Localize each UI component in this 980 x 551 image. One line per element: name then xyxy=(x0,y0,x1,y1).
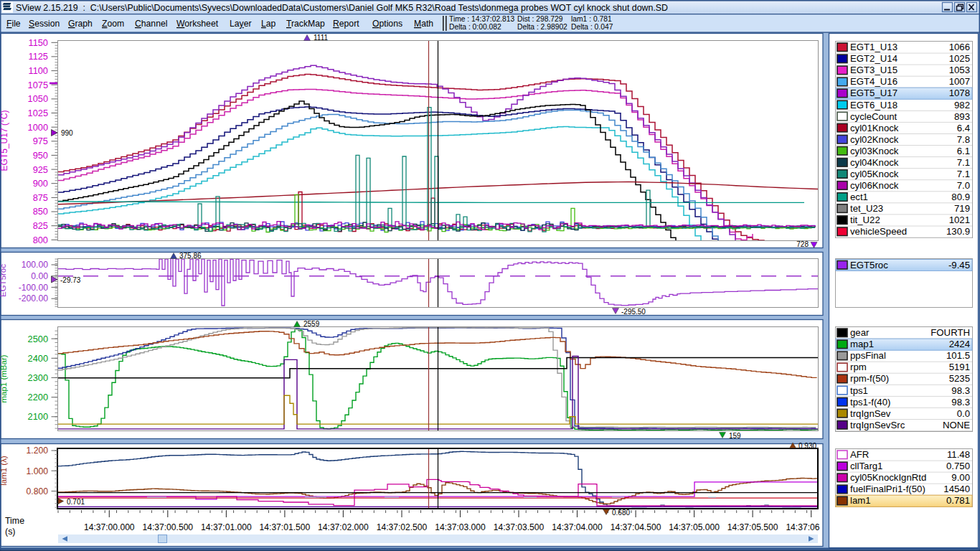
svg-text:1000: 1000 xyxy=(28,122,48,133)
svg-text:719: 719 xyxy=(954,203,970,214)
svg-text:Lap: Lap xyxy=(261,19,276,29)
svg-text:tit_U22: tit_U22 xyxy=(850,215,880,225)
svg-text:1.000: 1.000 xyxy=(27,466,49,476)
svg-text:14540: 14540 xyxy=(943,484,970,494)
svg-text:ppsFinal: ppsFinal xyxy=(850,350,886,361)
svg-text:1066: 1066 xyxy=(949,42,970,52)
svg-text:TrackMap: TrackMap xyxy=(286,19,325,29)
svg-text:(s): (s) xyxy=(5,527,15,537)
svg-text:0.0: 0.0 xyxy=(957,408,970,419)
svg-text:Graph: Graph xyxy=(68,19,93,29)
svg-text:7.1: 7.1 xyxy=(957,169,970,179)
svg-text:1007: 1007 xyxy=(949,76,970,87)
svg-text:1150: 1150 xyxy=(28,37,48,48)
svg-text:14:37:00.000: 14:37:00.000 xyxy=(84,522,135,532)
svg-text:0.750: 0.750 xyxy=(946,461,970,471)
svg-text:trqIgnSev: trqIgnSev xyxy=(850,408,891,419)
svg-text:EGT5_U17 (°C): EGT5_U17 (°C) xyxy=(0,110,9,171)
svg-text:375.86: 375.86 xyxy=(179,252,202,260)
svg-text:14:37:01.500: 14:37:01.500 xyxy=(260,522,311,532)
svg-text:1021: 1021 xyxy=(949,215,970,225)
svg-text:map1 (mBar): map1 (mBar) xyxy=(0,354,8,402)
svg-text:14:37:00.500: 14:37:00.500 xyxy=(142,522,193,532)
svg-text:1025: 1025 xyxy=(949,53,970,64)
svg-text:9.00: 9.00 xyxy=(951,472,970,483)
svg-text:AFR: AFR xyxy=(850,449,869,460)
svg-text:-29.73: -29.73 xyxy=(60,276,81,284)
svg-text:cyl06Knock: cyl06Knock xyxy=(850,180,899,191)
svg-text:0.680: 0.680 xyxy=(612,509,630,517)
svg-text:2100: 2100 xyxy=(28,411,48,422)
svg-text:gear: gear xyxy=(850,327,870,338)
svg-text:0.781: 0.781 xyxy=(946,495,970,506)
svg-text:EGT6_U18: EGT6_U18 xyxy=(850,100,897,110)
svg-text:Report: Report xyxy=(333,19,359,29)
svg-text:cyl05Knock: cyl05Knock xyxy=(850,169,899,179)
svg-text:lam1: lam1 xyxy=(850,495,871,506)
svg-text:130.9: 130.9 xyxy=(946,226,970,237)
svg-text:Delta : 0.047: Delta : 0.047 xyxy=(571,23,613,31)
svg-text:-9.45: -9.45 xyxy=(948,260,970,270)
svg-text:cllTarg1: cllTarg1 xyxy=(850,461,882,471)
svg-text:850: 850 xyxy=(33,206,48,217)
svg-text:Session: Session xyxy=(29,19,60,29)
svg-text:lam1 : 0.781: lam1 : 0.781 xyxy=(571,15,612,23)
svg-text:Delta : 0:00.082: Delta : 0:00.082 xyxy=(449,23,501,31)
svg-text:-200.00: -200.00 xyxy=(19,293,49,303)
svg-text:EGT5roc: EGT5roc xyxy=(850,260,888,270)
svg-text:tps1-f(40): tps1-f(40) xyxy=(850,397,890,408)
svg-text:1050: 1050 xyxy=(28,93,48,104)
svg-text:-100.00: -100.00 xyxy=(19,283,49,293)
svg-text:98.3: 98.3 xyxy=(951,397,970,408)
svg-text:7.8: 7.8 xyxy=(957,134,970,145)
svg-text:Layer: Layer xyxy=(230,19,252,29)
svg-text:fuelFinalPri1-f(50): fuelFinalPri1-f(50) xyxy=(850,484,925,494)
svg-text:EGT2_U14: EGT2_U14 xyxy=(850,53,897,64)
svg-text:NONE: NONE xyxy=(943,420,970,430)
svg-text:2400: 2400 xyxy=(28,353,48,364)
svg-text:825: 825 xyxy=(33,220,48,231)
svg-text:728: 728 xyxy=(796,240,809,248)
svg-text:98.3: 98.3 xyxy=(951,385,970,396)
svg-text:0.800: 0.800 xyxy=(27,486,49,496)
svg-text:2300: 2300 xyxy=(28,372,48,383)
svg-text:ect1: ect1 xyxy=(850,192,868,202)
svg-text:975: 975 xyxy=(33,136,48,146)
svg-text:1125: 1125 xyxy=(28,51,48,62)
svg-text:cyl01Knock: cyl01Knock xyxy=(850,123,899,133)
svg-text:lam1 (λ): lam1 (λ) xyxy=(0,456,8,486)
svg-text:14:37:02.500: 14:37:02.500 xyxy=(377,522,428,532)
svg-text:tps1: tps1 xyxy=(850,385,868,396)
svg-text:0.00: 0.00 xyxy=(31,271,48,281)
svg-text:Math: Math xyxy=(414,19,433,29)
svg-text:cyl02Knock: cyl02Knock xyxy=(850,134,899,145)
svg-text:800: 800 xyxy=(33,235,48,245)
svg-text:159: 159 xyxy=(729,432,741,440)
svg-text:6.1: 6.1 xyxy=(957,146,970,156)
svg-text:2559: 2559 xyxy=(303,320,320,328)
svg-text:0.930: 0.930 xyxy=(798,442,816,450)
svg-text:Time : 14:37:02.813: Time : 14:37:02.813 xyxy=(449,15,514,23)
svg-text:14:37:05.500: 14:37:05.500 xyxy=(727,522,778,532)
svg-text:875: 875 xyxy=(33,192,48,203)
svg-text:map1: map1 xyxy=(850,339,874,349)
svg-text:1053: 1053 xyxy=(949,65,970,75)
svg-text:File: File xyxy=(6,19,21,29)
svg-text:6.4: 6.4 xyxy=(957,123,970,133)
svg-text:1078: 1078 xyxy=(949,88,970,98)
svg-text:EGT1_U13: EGT1_U13 xyxy=(850,42,897,52)
svg-text:14:37:03.000: 14:37:03.000 xyxy=(435,522,486,532)
svg-text:Zoom: Zoom xyxy=(102,19,124,29)
svg-text:14:37:04.500: 14:37:04.500 xyxy=(611,522,661,532)
svg-text:FOURTH: FOURTH xyxy=(930,327,970,338)
svg-text:893: 893 xyxy=(954,111,970,122)
svg-text:7.1: 7.1 xyxy=(957,157,970,168)
svg-text:14:37:04.000: 14:37:04.000 xyxy=(552,522,603,532)
svg-text:trqIgnSevSrc: trqIgnSevSrc xyxy=(850,420,905,430)
svg-text:11.48: 11.48 xyxy=(947,449,970,460)
svg-text:EGT3_U15: EGT3_U15 xyxy=(850,65,897,75)
svg-text:14:37:01.000: 14:37:01.000 xyxy=(201,522,252,532)
svg-text:990: 990 xyxy=(61,129,73,137)
svg-text:80.9: 80.9 xyxy=(951,192,970,202)
svg-text:Dist : 298.729: Dist : 298.729 xyxy=(517,15,563,23)
